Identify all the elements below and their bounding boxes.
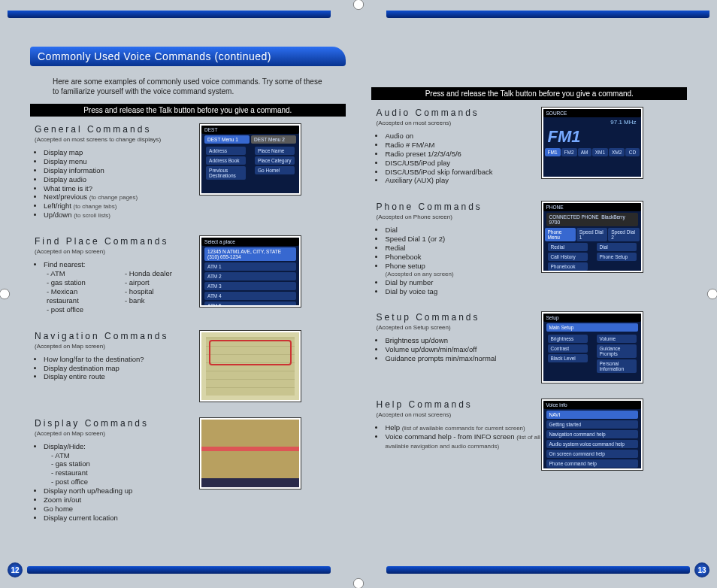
cmd-item: Display entire route [44,372,200,381]
cmd-sub-item: - post office [47,305,122,314]
screenshot-phone: PHONE CONNECTED PHONE BlackBerry 9700 Ph… [542,202,643,272]
cmd-item: Display current location [44,514,200,523]
section-heading: General Commands [35,124,200,135]
cmd-item: Phone setup [385,262,541,271]
cmd-item: Phonebook [385,253,541,262]
cmd-sub-item: - gas station [51,459,200,468]
section-heading: Navigation Commands [35,331,200,342]
screenshot-dest-menu: DEST DEST Menu 1DEST Menu 2 AddressAddre… [200,124,301,195]
cmd-item: How long/far to the destination? [44,355,200,364]
section-heading: Phone Commands [376,202,541,213]
screenshot-setup: Setup Main Setup BrightnessContrastBlack… [542,312,643,383]
cmd-item: Dial by voice tag [385,287,541,296]
cmd-sub-item: - bank [125,296,200,305]
cmd-sub-item: - post office [51,477,200,486]
cmd-item: What time is it? [44,184,200,193]
cmd-item: Help (list of available commands for cur… [385,423,541,432]
intro-text: Here are some examples of commonly used … [30,72,346,104]
cmd-item: Display audio [44,175,200,184]
cmd-item: Zoom in/out [44,496,200,505]
section-subtitle: (Accepted on most screens) [376,411,541,419]
cmd-sub-item: - airport [125,278,200,287]
cmd-item: Radio preset 1/2/3/4/5/6 [385,150,541,159]
cmd-item: Brightness up/down [385,336,541,345]
section-subtitle: (Accepted on Setup screen) [376,324,541,332]
cmd-note: (Accepted on any screen) [376,271,541,278]
cmd-item: DISC/USB/iPod play [385,159,541,168]
cmd-item: Display/Hide: [44,442,200,451]
talk-prompt: Press and release the Talk button before… [371,87,687,100]
page-spread: Commonly Used Voice Commands (continued)… [0,0,717,588]
cmd-item: Dial [385,226,541,235]
cmd-item: Volume up/down/min/max/off [385,345,541,354]
talk-prompt: Press and release the Talk button before… [30,104,346,117]
section-heading: Display Commands [35,418,200,429]
page-number-right: 13 [694,562,709,577]
section-subtitle: (Accepted on Phone screen) [376,214,541,221]
cmd-sub-item: - gas station [47,278,122,287]
cmd-sub-item: - hospital [125,287,200,296]
cmd-item: Display north up/heading up [44,486,200,496]
section-subtitle: (Accepted on most screens to change disp… [35,136,200,144]
cmd-item: Guidance prompts min/max/normal [385,354,541,363]
cmd-item: Left/right (to change tabs) [44,202,200,211]
screenshot-nav-map [200,331,301,402]
cmd-sub-item: restaurant [47,296,122,305]
cmd-item: Display destination map [44,364,200,373]
cmd-item: Display information [44,166,200,175]
section-subtitle: (Accepted on Map screen) [35,343,200,350]
section-subtitle: (Accepted on Map screen) [35,248,200,256]
screenshot-audio: SOURCE 97.1 MHz FM1 FM1 FM2 AM XM1 XM2 C… [542,108,643,178]
page-number-left: 12 [8,562,23,577]
cmd-item: Up/down (to scroll lists) [44,211,200,220]
cmd-item: Find nearest: [44,260,200,269]
page-title: Commonly Used Voice Commands (continued) [30,47,346,66]
cmd-item: Display map [44,148,200,157]
crop-mark-icon [707,289,717,299]
crop-mark-icon [353,578,364,588]
cmd-item: Voice command help - from INFO screen (l… [385,432,541,450]
cmd-item: Go home [44,505,200,514]
screenshot-voice-info: Voice info NAVI Getting started Navigati… [542,399,643,470]
top-border-right [386,11,709,18]
section-subtitle: (Accepted on Map screen) [35,430,200,438]
section-heading: Setup Commands [376,312,541,323]
crop-mark-icon [0,289,10,299]
cmd-item: Next/previous (to change pages) [44,192,200,202]
section-subtitle: (Accepted on most screens) [376,120,541,127]
cmd-item: Redial [385,244,541,253]
section-heading: Find Place Commands [35,236,200,247]
section-heading: Help Commands [376,399,541,411]
screenshot-display-map [200,418,301,489]
crop-mark-icon [353,0,364,10]
cmd-item: Speed Dial 1 (or 2) [385,235,541,244]
cmd-item: Display menu [44,157,200,166]
cmd-item: Audio on [385,132,541,141]
screenshot-select-place: Select a place 12345 N ATM1 AVE, CITY, S… [200,236,301,307]
cmd-sub-item: - Mexican [47,287,122,296]
cmd-item: Auxiliary (AUX) play [385,176,541,185]
cmd-sub-item: - ATM [47,269,122,278]
cmd-sub-item: - Honda dealer [125,269,200,278]
page-left: Commonly Used Voice Commands (continued)… [30,47,346,555]
cmd-item: Dial by number [385,278,541,287]
cmd-sub-item: - ATM [51,451,200,460]
cmd-sub-item: - restaurant [51,468,200,477]
cmd-item: Radio # FM/AM [385,141,541,150]
section-heading: Audio Commands [376,108,541,119]
top-border-left [8,11,331,18]
page-right: Press and release the Talk button before… [371,47,687,555]
cmd-item: DISC/USB/iPod skip forward/back [385,168,541,177]
